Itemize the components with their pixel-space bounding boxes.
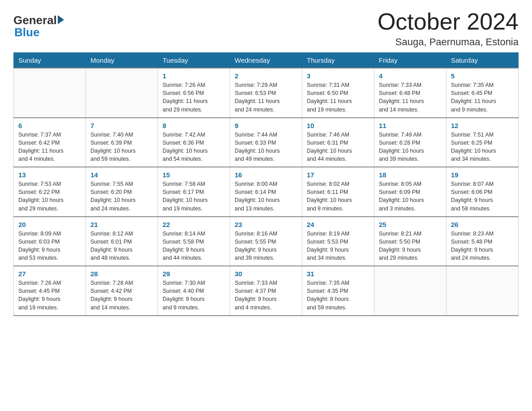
day-of-week-header: Monday bbox=[86, 53, 158, 68]
day-number: 2 bbox=[235, 72, 297, 80]
day-info: Sunrise: 7:42 AM Sunset: 6:36 PM Dayligh… bbox=[163, 131, 225, 163]
calendar-cell: 20Sunrise: 8:09 AM Sunset: 6:03 PM Dayli… bbox=[14, 217, 86, 266]
calendar-cell bbox=[374, 266, 446, 316]
calendar-cell bbox=[86, 68, 158, 118]
day-of-week-header: Thursday bbox=[302, 53, 374, 68]
day-info: Sunrise: 8:05 AM Sunset: 6:09 PM Dayligh… bbox=[379, 180, 442, 213]
calendar-cell: 15Sunrise: 7:58 AM Sunset: 6:17 PM Dayli… bbox=[158, 167, 230, 217]
day-info: Sunrise: 7:35 AM Sunset: 4:35 PM Dayligh… bbox=[307, 279, 369, 312]
logo-blue-text: Blue bbox=[13, 26, 39, 39]
day-number: 26 bbox=[451, 221, 514, 228]
day-info: Sunrise: 8:16 AM Sunset: 5:55 PM Dayligh… bbox=[235, 230, 297, 262]
day-info: Sunrise: 7:40 AM Sunset: 6:39 PM Dayligh… bbox=[90, 131, 153, 163]
calendar-cell: 2Sunrise: 7:29 AM Sunset: 6:53 PM Daylig… bbox=[230, 68, 302, 118]
day-info: Sunrise: 7:37 AM Sunset: 6:42 PM Dayligh… bbox=[18, 131, 81, 163]
day-number: 14 bbox=[90, 171, 153, 179]
calendar-cell: 29Sunrise: 7:30 AM Sunset: 4:40 PM Dayli… bbox=[158, 266, 230, 316]
calendar-header-row: SundayMondayTuesdayWednesdayThursdayFrid… bbox=[14, 53, 519, 68]
day-info: Sunrise: 8:21 AM Sunset: 5:50 PM Dayligh… bbox=[379, 230, 442, 262]
day-info: Sunrise: 7:26 AM Sunset: 6:56 PM Dayligh… bbox=[163, 81, 225, 114]
day-info: Sunrise: 7:51 AM Sunset: 6:25 PM Dayligh… bbox=[451, 131, 514, 163]
calendar-cell: 11Sunrise: 7:49 AM Sunset: 6:28 PM Dayli… bbox=[374, 118, 446, 167]
calendar-cell: 7Sunrise: 7:40 AM Sunset: 6:39 PM Daylig… bbox=[86, 118, 158, 167]
day-info: Sunrise: 7:30 AM Sunset: 4:40 PM Dayligh… bbox=[163, 279, 225, 312]
logo: General Blue bbox=[13, 9, 64, 39]
day-info: Sunrise: 7:44 AM Sunset: 6:33 PM Dayligh… bbox=[235, 131, 297, 163]
day-info: Sunrise: 7:33 AM Sunset: 6:48 PM Dayligh… bbox=[379, 81, 442, 114]
title-area: October 2024 Sauga, Paernumaa, Estonia bbox=[378, 9, 519, 48]
day-info: Sunrise: 8:23 AM Sunset: 5:48 PM Dayligh… bbox=[451, 230, 514, 262]
day-info: Sunrise: 7:53 AM Sunset: 6:22 PM Dayligh… bbox=[18, 180, 81, 213]
month-title: October 2024 bbox=[378, 9, 519, 34]
calendar-table: SundayMondayTuesdayWednesdayThursdayFrid… bbox=[13, 52, 519, 316]
calendar-cell: 4Sunrise: 7:33 AM Sunset: 6:48 PM Daylig… bbox=[374, 68, 446, 118]
calendar-cell: 1Sunrise: 7:26 AM Sunset: 6:56 PM Daylig… bbox=[158, 68, 230, 118]
calendar-cell: 10Sunrise: 7:46 AM Sunset: 6:31 PM Dayli… bbox=[302, 118, 374, 167]
calendar-week-row: 1Sunrise: 7:26 AM Sunset: 6:56 PM Daylig… bbox=[14, 68, 519, 118]
calendar-week-row: 6Sunrise: 7:37 AM Sunset: 6:42 PM Daylig… bbox=[14, 118, 519, 167]
day-number: 16 bbox=[235, 171, 297, 179]
calendar-cell: 9Sunrise: 7:44 AM Sunset: 6:33 PM Daylig… bbox=[230, 118, 302, 167]
day-number: 11 bbox=[379, 122, 442, 129]
day-number: 9 bbox=[235, 122, 297, 129]
day-number: 3 bbox=[307, 72, 369, 80]
calendar-cell: 27Sunrise: 7:26 AM Sunset: 4:45 PM Dayli… bbox=[14, 266, 86, 316]
day-of-week-header: Wednesday bbox=[230, 53, 302, 68]
calendar-cell: 26Sunrise: 8:23 AM Sunset: 5:48 PM Dayli… bbox=[446, 217, 519, 266]
day-number: 6 bbox=[18, 122, 81, 129]
day-number: 10 bbox=[307, 122, 369, 129]
day-of-week-header: Friday bbox=[374, 53, 446, 68]
day-info: Sunrise: 8:09 AM Sunset: 6:03 PM Dayligh… bbox=[18, 230, 81, 262]
day-number: 21 bbox=[90, 221, 153, 228]
calendar-cell bbox=[446, 266, 519, 316]
page-header: General Blue October 2024 Sauga, Paernum… bbox=[13, 9, 519, 48]
calendar-cell bbox=[14, 68, 86, 118]
day-info: Sunrise: 7:46 AM Sunset: 6:31 PM Dayligh… bbox=[307, 131, 369, 163]
calendar-cell: 13Sunrise: 7:53 AM Sunset: 6:22 PM Dayli… bbox=[14, 167, 86, 217]
day-number: 18 bbox=[379, 171, 442, 179]
calendar-week-row: 27Sunrise: 7:26 AM Sunset: 4:45 PM Dayli… bbox=[14, 266, 519, 316]
calendar-cell: 3Sunrise: 7:31 AM Sunset: 6:50 PM Daylig… bbox=[302, 68, 374, 118]
calendar-cell: 5Sunrise: 7:35 AM Sunset: 6:45 PM Daylig… bbox=[446, 68, 519, 118]
calendar-week-row: 13Sunrise: 7:53 AM Sunset: 6:22 PM Dayli… bbox=[14, 167, 519, 217]
calendar-cell: 12Sunrise: 7:51 AM Sunset: 6:25 PM Dayli… bbox=[446, 118, 519, 167]
calendar-cell: 30Sunrise: 7:33 AM Sunset: 4:37 PM Dayli… bbox=[230, 266, 302, 316]
calendar-cell: 31Sunrise: 7:35 AM Sunset: 4:35 PM Dayli… bbox=[302, 266, 374, 316]
calendar-cell: 25Sunrise: 8:21 AM Sunset: 5:50 PM Dayli… bbox=[374, 217, 446, 266]
day-number: 30 bbox=[235, 270, 297, 278]
calendar-cell: 21Sunrise: 8:12 AM Sunset: 6:01 PM Dayli… bbox=[86, 217, 158, 266]
calendar-cell: 28Sunrise: 7:28 AM Sunset: 4:42 PM Dayli… bbox=[86, 266, 158, 316]
day-info: Sunrise: 7:49 AM Sunset: 6:28 PM Dayligh… bbox=[379, 131, 442, 163]
day-info: Sunrise: 7:31 AM Sunset: 6:50 PM Dayligh… bbox=[307, 81, 369, 114]
calendar-cell: 19Sunrise: 8:07 AM Sunset: 6:06 PM Dayli… bbox=[446, 167, 519, 217]
day-number: 25 bbox=[379, 221, 442, 228]
day-info: Sunrise: 7:55 AM Sunset: 6:20 PM Dayligh… bbox=[90, 180, 153, 213]
calendar-cell: 8Sunrise: 7:42 AM Sunset: 6:36 PM Daylig… bbox=[158, 118, 230, 167]
calendar-cell: 17Sunrise: 8:02 AM Sunset: 6:11 PM Dayli… bbox=[302, 167, 374, 217]
day-info: Sunrise: 7:26 AM Sunset: 4:45 PM Dayligh… bbox=[18, 279, 81, 312]
day-info: Sunrise: 8:19 AM Sunset: 5:53 PM Dayligh… bbox=[307, 230, 369, 262]
day-number: 24 bbox=[307, 221, 369, 228]
day-info: Sunrise: 8:07 AM Sunset: 6:06 PM Dayligh… bbox=[451, 180, 514, 213]
location-subtitle: Sauga, Paernumaa, Estonia bbox=[378, 36, 519, 48]
day-info: Sunrise: 7:29 AM Sunset: 6:53 PM Dayligh… bbox=[235, 81, 297, 114]
day-number: 12 bbox=[451, 122, 514, 129]
calendar-cell: 22Sunrise: 8:14 AM Sunset: 5:58 PM Dayli… bbox=[158, 217, 230, 266]
day-info: Sunrise: 7:58 AM Sunset: 6:17 PM Dayligh… bbox=[163, 180, 225, 213]
day-of-week-header: Sunday bbox=[14, 53, 86, 68]
calendar-week-row: 20Sunrise: 8:09 AM Sunset: 6:03 PM Dayli… bbox=[14, 217, 519, 266]
day-number: 5 bbox=[451, 72, 514, 80]
day-info: Sunrise: 8:14 AM Sunset: 5:58 PM Dayligh… bbox=[163, 230, 225, 262]
day-number: 28 bbox=[90, 270, 153, 278]
day-number: 20 bbox=[18, 221, 81, 228]
day-info: Sunrise: 7:33 AM Sunset: 4:37 PM Dayligh… bbox=[235, 279, 297, 312]
calendar-cell: 24Sunrise: 8:19 AM Sunset: 5:53 PM Dayli… bbox=[302, 217, 374, 266]
day-info: Sunrise: 7:35 AM Sunset: 6:45 PM Dayligh… bbox=[451, 81, 514, 114]
calendar-cell: 18Sunrise: 8:05 AM Sunset: 6:09 PM Dayli… bbox=[374, 167, 446, 217]
day-info: Sunrise: 8:02 AM Sunset: 6:11 PM Dayligh… bbox=[307, 180, 369, 213]
calendar-cell: 14Sunrise: 7:55 AM Sunset: 6:20 PM Dayli… bbox=[86, 167, 158, 217]
logo-arrow-icon bbox=[58, 15, 64, 24]
day-number: 4 bbox=[379, 72, 442, 80]
day-number: 7 bbox=[90, 122, 153, 129]
day-number: 19 bbox=[451, 171, 514, 179]
